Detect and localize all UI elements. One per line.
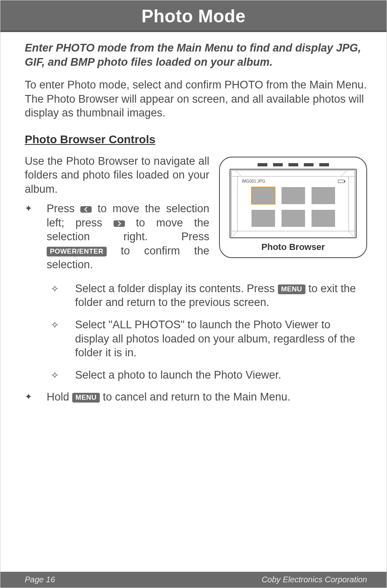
bullet-body: Select "ALL PHOTOS" to launch the Photo … bbox=[75, 318, 367, 360]
filename-label: IMG001.JPG bbox=[242, 179, 265, 184]
thumbnail bbox=[312, 210, 335, 227]
diamond-bullet-icon: ✧ bbox=[51, 368, 65, 382]
menu-key: MENU bbox=[278, 284, 305, 294]
manual-page: Photo Mode Enter PHOTO mode from the Mai… bbox=[0, 0, 387, 588]
sub-bullet-list: ✧ Select a folder display its contents. … bbox=[51, 282, 367, 382]
dash-icon bbox=[258, 163, 267, 166]
power-enter-key: POWER/ENTER bbox=[47, 247, 107, 256]
text-fragment: Hold bbox=[47, 391, 72, 403]
perspective-bottom bbox=[232, 231, 355, 237]
sub-bullet-item: ✧ Select a folder display its contents. … bbox=[51, 282, 367, 310]
bullet-body: Press to move the selection left; press … bbox=[47, 202, 209, 272]
battery-icon bbox=[338, 180, 344, 183]
text-fragment: to cancel and return to the Main Menu. bbox=[100, 391, 290, 403]
bullet-body: Select a photo to launch the Photo Viewe… bbox=[75, 368, 367, 382]
section-heading: Photo Browser Controls bbox=[25, 132, 367, 147]
screen-perspective: IMG001.JPG bbox=[231, 170, 355, 237]
bullet-body: Select a folder display its contents. Pr… bbox=[75, 282, 367, 310]
screen-outer: IMG001.JPG bbox=[230, 169, 357, 239]
footer-company: Coby Electronics Corporation bbox=[262, 575, 367, 584]
footer-page-number: Page 16 bbox=[25, 575, 55, 584]
left-column: Use the Photo Browser to navigate all fo… bbox=[25, 154, 209, 278]
diamond-bullet-icon: ✧ bbox=[51, 282, 65, 310]
device-top-dashes bbox=[230, 163, 357, 166]
menu-key: MENU bbox=[72, 393, 100, 403]
star-bullet-icon: ✦ bbox=[25, 202, 37, 272]
thumbnail bbox=[282, 187, 305, 204]
bullet-item: ✦ Hold MENU to cancel and return to the … bbox=[25, 390, 367, 404]
screen-inner: IMG001.JPG bbox=[237, 177, 349, 231]
text-fragment: Press bbox=[47, 202, 80, 215]
right-key-icon bbox=[114, 220, 125, 227]
thumbnail bbox=[282, 210, 305, 227]
left-key-icon bbox=[80, 206, 92, 213]
sub-bullet-item: ✧ Select "ALL PHOTOS" to launch the Phot… bbox=[51, 318, 367, 360]
bullet-body: Hold MENU to cancel and return to the Ma… bbox=[47, 390, 367, 404]
thumbnail bbox=[252, 210, 275, 227]
two-column-layout: Use the Photo Browser to navigate all fo… bbox=[25, 154, 367, 278]
dash-icon bbox=[288, 163, 298, 166]
intro-text: To enter Photo mode, select and confirm … bbox=[25, 78, 367, 120]
page-title: Photo Mode bbox=[0, 6, 387, 26]
bullet-item: ✦ Press to move the selection left; pres… bbox=[25, 202, 209, 272]
illustration-caption: Photo Browser bbox=[230, 241, 357, 253]
diamond-bullet-icon: ✧ bbox=[51, 318, 65, 360]
star-bullet-icon: ✦ bbox=[25, 390, 37, 404]
content-area: Enter PHOTO mode from the Main Menu to f… bbox=[0, 32, 387, 404]
page-footer: Page 16 Coby Electronics Corporation bbox=[0, 572, 387, 588]
browser-intro: Use the Photo Browser to navigate all fo… bbox=[25, 154, 209, 196]
sub-bullet-item: ✧ Select a photo to launch the Photo Vie… bbox=[51, 368, 367, 382]
title-bar: Photo Mode bbox=[0, 0, 387, 32]
illustration: IMG001.JPG bbox=[219, 154, 367, 258]
device-frame: IMG001.JPG bbox=[219, 157, 367, 258]
thumbnail-selected bbox=[252, 187, 275, 204]
dash-icon bbox=[304, 163, 314, 166]
screen-header: IMG001.JPG bbox=[242, 179, 344, 184]
perspective-top bbox=[232, 171, 355, 177]
dash-icon bbox=[273, 163, 283, 166]
text-fragment: Select a folder display its contents. Pr… bbox=[75, 282, 278, 295]
thumbnail-grid bbox=[242, 187, 344, 227]
thumbnail bbox=[312, 187, 335, 204]
dash-icon bbox=[319, 163, 329, 166]
intro-bold: Enter PHOTO mode from the Main Menu to f… bbox=[25, 41, 367, 69]
